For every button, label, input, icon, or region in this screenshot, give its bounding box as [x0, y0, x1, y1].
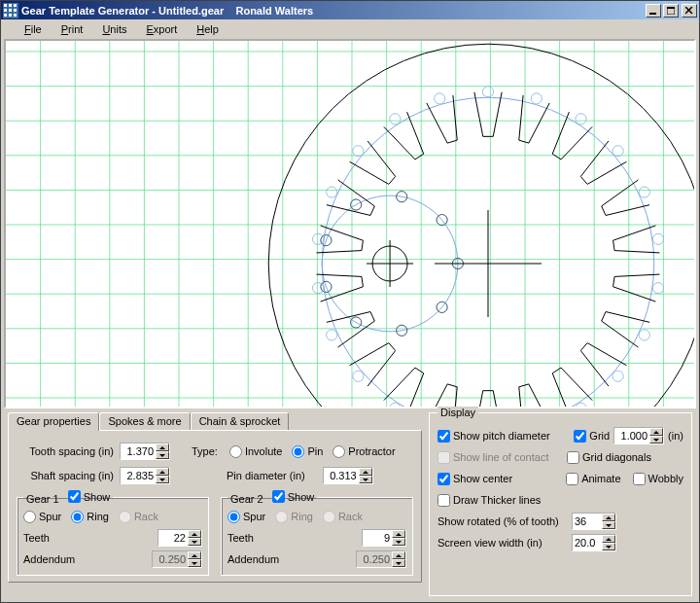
menu-export[interactable]: Export — [136, 21, 187, 37]
svg-line-3 — [685, 7, 692, 14]
type-involute-radio[interactable]: Involute — [229, 445, 283, 458]
svg-rect-0 — [649, 13, 656, 15]
gear1-rack-radio: Rack — [119, 511, 158, 523]
grid-unit: (in) — [668, 430, 683, 442]
menu-print[interactable]: Print — [52, 21, 93, 37]
gear1-teeth-label: Teeth — [23, 532, 50, 544]
svg-line-4 — [685, 7, 692, 14]
display-panel: Display Show pitch diameter Grid (in) Sh… — [429, 412, 692, 596]
menu-help[interactable]: Help — [187, 21, 228, 37]
gear1-ring-radio[interactable]: Ring — [71, 511, 109, 523]
gear1-group: Gear 1 Show Spur Ring Rack Teeth — [17, 490, 209, 576]
pin-diameter-label: Pin diameter (in) — [227, 470, 305, 481]
grid-diagonals-check[interactable]: Grid diagonals — [567, 451, 683, 464]
menubar: File Print Units Export Help — [1, 19, 699, 39]
gear-canvas[interactable] — [4, 39, 696, 408]
svg-point-38 — [482, 87, 493, 97]
svg-point-43 — [652, 233, 663, 244]
svg-point-53 — [327, 330, 337, 340]
rotated-label: Show rotated (% of tooth) — [438, 515, 572, 527]
svg-point-42 — [639, 187, 649, 197]
wobbly-check[interactable]: Wobbly — [633, 473, 683, 485]
animate-check[interactable]: Animate — [566, 473, 620, 485]
gear1-addendum-label: Addendum — [23, 553, 75, 565]
svg-point-58 — [390, 114, 401, 124]
rotated-input[interactable] — [572, 513, 616, 530]
gear2-spur-radio[interactable]: Spur — [228, 511, 265, 523]
tooth-spacing-label: Tooth spacing (in) — [17, 445, 114, 457]
gear2-addendum-input — [356, 550, 406, 568]
svg-point-39 — [531, 93, 542, 104]
grid-input[interactable] — [613, 427, 664, 444]
title-text: Gear Template Generator - Untitled.gear … — [21, 5, 313, 17]
gear1-addendum-input — [152, 550, 202, 568]
maximize-button[interactable] — [663, 4, 679, 18]
gear2-rack-radio: Rack — [323, 511, 363, 523]
shaft-spacing-input[interactable] — [120, 467, 170, 484]
gear2-show-check[interactable]: Show — [272, 490, 315, 503]
tab-panel: Gear properties Spokes & more Chain & sp… — [8, 412, 422, 596]
svg-point-52 — [353, 371, 364, 381]
menu-units[interactable]: Units — [92, 21, 136, 37]
gear2-legend: Gear 2 — [230, 493, 263, 505]
tab-spokes[interactable]: Spokes & more — [99, 412, 190, 430]
minimize-button[interactable] — [646, 4, 661, 18]
tab-gear-properties[interactable]: Gear properties — [8, 412, 99, 431]
shaft-spacing-label: Shaft spacing (in) — [17, 470, 114, 481]
show-pitch-check[interactable]: Show pitch diameter — [438, 430, 550, 443]
type-pin-radio[interactable]: Pin — [292, 445, 323, 458]
gear-drawing — [6, 41, 696, 408]
svg-point-44 — [652, 283, 663, 294]
gear1-legend: Gear 1 — [26, 493, 59, 505]
thicker-lines-check[interactable]: Draw Thicker lines — [438, 494, 541, 507]
gear2-group: Gear 2 Show Spur Ring Rack Teeth — [221, 490, 413, 576]
type-protractor-radio[interactable]: Protractor — [332, 445, 395, 458]
gear1-show-check[interactable]: Show — [68, 490, 111, 503]
show-center-check[interactable]: Show center — [438, 473, 512, 485]
gear1-teeth-input[interactable] — [158, 529, 202, 547]
gear1-spur-radio[interactable]: Spur — [23, 511, 61, 523]
svg-rect-1 — [667, 7, 675, 15]
svg-rect-2 — [667, 7, 675, 9]
gear2-addendum-label: Addendum — [228, 553, 279, 565]
view-width-input[interactable] — [572, 534, 616, 551]
line-contact-check: Show line of contact — [438, 451, 548, 464]
svg-point-56 — [327, 187, 337, 197]
titlebar: Gear Template Generator - Untitled.gear … — [1, 1, 699, 19]
svg-point-45 — [639, 330, 649, 340]
display-legend: Display — [438, 407, 478, 418]
grid-check[interactable]: Grid — [574, 430, 610, 443]
gear2-teeth-input[interactable] — [362, 529, 406, 547]
view-width-label: Screen view width (in) — [438, 537, 572, 549]
pin-diameter-input[interactable] — [323, 467, 373, 484]
svg-point-57 — [353, 146, 364, 157]
svg-point-40 — [576, 114, 586, 124]
svg-point-59 — [435, 93, 445, 104]
tooth-spacing-input[interactable] — [120, 443, 170, 460]
close-button[interactable] — [682, 4, 697, 18]
gear2-teeth-label: Teeth — [228, 532, 254, 544]
menu-file[interactable]: File — [15, 21, 52, 37]
app-icon — [3, 3, 18, 18]
svg-point-41 — [612, 146, 623, 157]
gear2-ring-radio: Ring — [275, 511, 313, 523]
tab-chain[interactable]: Chain & sprocket — [191, 412, 290, 430]
type-label: Type: — [192, 445, 218, 457]
svg-point-46 — [612, 371, 623, 381]
